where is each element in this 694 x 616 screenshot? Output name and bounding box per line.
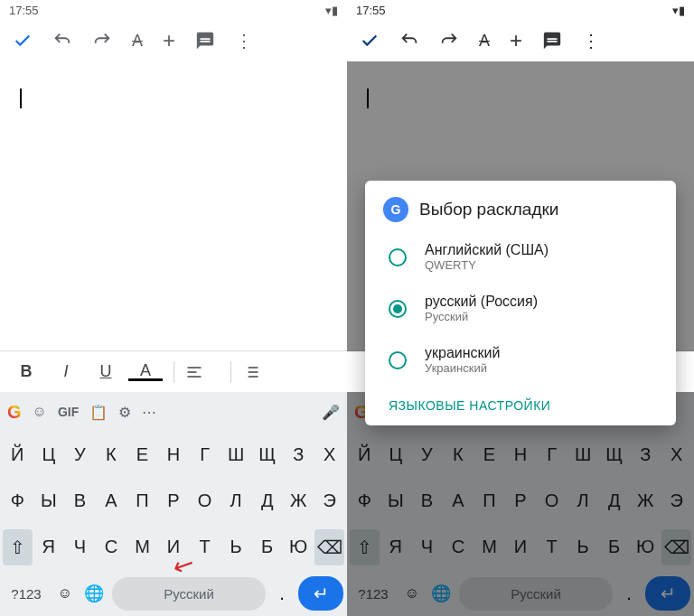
shift-key[interactable]: ⇧ [3, 529, 33, 565]
settings-icon[interactable]: ⚙ [118, 404, 131, 421]
screen-right: 17:55 ▾ ▮ A + ⋮ G ЙЦУКЕНГШЩЗХ ФЫВАПРОЛДЖ… [347, 0, 694, 616]
key[interactable]: Г [190, 437, 220, 472]
backspace-key[interactable]: ⌫ [314, 529, 344, 565]
more-icon[interactable]: ⋮ [235, 30, 253, 51]
sticker-icon[interactable]: ☺ [33, 404, 47, 420]
key[interactable]: В [65, 483, 95, 518]
key[interactable]: М [127, 529, 157, 565]
key[interactable]: К [97, 437, 127, 472]
key[interactable]: Ц [34, 437, 64, 472]
key[interactable]: Ы [34, 483, 64, 518]
option-sub: Украинский [425, 361, 500, 375]
option-title: русский (Россия) [425, 294, 538, 310]
key[interactable]: Щ [252, 437, 282, 472]
doc-toolbar: A + ⋮ [0, 20, 347, 61]
key[interactable]: Ш [221, 437, 251, 472]
italic-button[interactable]: I [49, 362, 83, 381]
spacebar[interactable]: Русский [112, 577, 266, 611]
key[interactable]: Р [159, 483, 189, 518]
comment-icon[interactable] [195, 31, 215, 51]
text-cursor [20, 89, 22, 108]
key-row-bottom: ?123 ☺ 🌐 Русский . ↵ [0, 571, 347, 616]
text-format-icon[interactable]: A [132, 32, 143, 51]
language-settings-link[interactable]: ЯЗЫКОВЫЕ НАСТРОЙКИ [365, 386, 676, 413]
check-icon [360, 31, 380, 51]
key[interactable]: П [127, 483, 157, 518]
emoji-key[interactable]: ☺ [54, 585, 76, 602]
google-icon[interactable]: G [7, 402, 22, 423]
key[interactable]: О [190, 483, 220, 518]
layout-dialog: G Выбор раскладки Английский (США)QWERTY… [365, 181, 676, 425]
symbols-key[interactable]: ?123 [4, 586, 49, 602]
dot-key[interactable]: . [271, 583, 293, 604]
key[interactable]: Е [127, 437, 157, 472]
key[interactable]: Т [190, 529, 220, 565]
key[interactable]: А [97, 483, 127, 518]
language-key: 🌐 [428, 583, 454, 603]
layout-option-english[interactable]: Английский (США)QWERTY [365, 231, 676, 283]
key[interactable]: Й [3, 437, 33, 472]
redo-icon [439, 31, 459, 51]
key[interactable]: Э [314, 483, 344, 518]
wifi-icon: ▾ [672, 4, 679, 17]
text-color-button[interactable]: A [128, 362, 163, 381]
emoji-key: ☺ [401, 585, 423, 602]
wifi-icon: ▾ [325, 4, 332, 17]
radio-selected-icon [389, 300, 407, 318]
gif-button[interactable]: GIF [58, 405, 79, 419]
option-sub: Русский [425, 310, 538, 323]
layout-option-ukrainian[interactable]: украинскийУкраинский [365, 334, 676, 386]
key[interactable]: У [65, 437, 95, 472]
check-icon[interactable] [13, 31, 33, 51]
align-button[interactable] [185, 363, 220, 381]
redo-icon[interactable] [92, 31, 112, 51]
key[interactable]: Я [34, 529, 64, 565]
gboard-icon: G [383, 197, 408, 222]
underline-button[interactable]: U [89, 362, 123, 381]
mic-icon[interactable]: 🎤 [322, 404, 340, 421]
screen-left: 17:55 ▾ ▮ A + ⋮ B I U A G ☺ GIF 📋 ⚙ ⋯ [0, 0, 347, 616]
key[interactable]: И [159, 529, 189, 565]
plus-icon: + [510, 28, 522, 53]
battery-icon: ▮ [679, 4, 685, 17]
text-cursor [367, 89, 369, 108]
keyboard-top-row: G ☺ GIF 📋 ⚙ ⋯ 🎤 [0, 392, 347, 432]
key[interactable]: Ж [284, 483, 314, 518]
plus-icon[interactable]: + [163, 28, 175, 53]
more-icon: ⋮ [582, 30, 600, 51]
key[interactable]: Х [314, 437, 344, 472]
option-sub: QWERTY [425, 258, 549, 272]
enter-key[interactable]: ↵ [298, 576, 343, 611]
key-row-2: ФЫВАПРОЛДЖЭ [0, 478, 347, 524]
key[interactable]: Ь [221, 529, 251, 565]
status-bar: 17:55 ▾ ▮ [0, 0, 347, 20]
list-button[interactable] [242, 363, 277, 381]
key[interactable]: З [284, 437, 314, 472]
option-title: Английский (США) [425, 242, 549, 258]
dialog-title: Выбор раскладки [419, 200, 558, 219]
keyboard: G ЙЦУКЕНГШЩЗХ ФЫВАПРОЛДЖЭ ⇧ ЯЧСМИТЬБЮ ⌫ … [347, 392, 694, 616]
key[interactable]: Ч [65, 529, 95, 565]
key[interactable]: С [97, 529, 127, 565]
status-bar: 17:55 ▾ ▮ [347, 0, 694, 20]
language-key[interactable]: 🌐 [81, 583, 107, 603]
layout-option-russian[interactable]: русский (Россия)Русский [365, 283, 676, 334]
key[interactable]: Н [159, 437, 189, 472]
more-dots-icon[interactable]: ⋯ [142, 404, 156, 421]
option-title: украинский [425, 345, 500, 361]
key[interactable]: Л [221, 483, 251, 518]
symbols-key: ?123 [351, 586, 396, 602]
key[interactable]: Ю [284, 529, 314, 565]
status-time: 17:55 [9, 4, 39, 17]
key[interactable]: Б [252, 529, 282, 565]
clipboard-icon[interactable]: 📋 [89, 404, 108, 421]
undo-icon[interactable] [52, 31, 72, 51]
status-time: 17:55 [356, 4, 386, 17]
spacebar: Русский [459, 577, 613, 611]
document-area[interactable] [0, 61, 347, 350]
bold-button[interactable]: B [9, 362, 43, 381]
radio-icon [389, 248, 407, 266]
backspace-key: ⌫ [661, 529, 691, 565]
key[interactable]: Д [252, 483, 282, 518]
key[interactable]: Ф [3, 483, 33, 518]
